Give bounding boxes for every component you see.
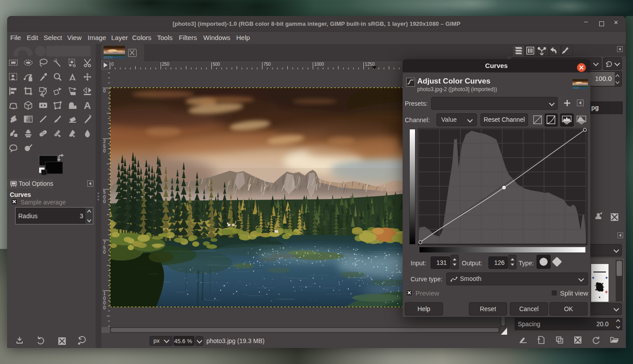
svg-text:0: 0 xyxy=(103,195,106,200)
svg-text:1250: 1250 xyxy=(365,62,375,67)
svg-text:A: A xyxy=(84,100,91,111)
svg-text:0: 0 xyxy=(103,296,106,301)
svg-text:5: 5 xyxy=(103,190,106,195)
svg-text:0: 0 xyxy=(103,199,106,204)
svg-text:5: 5 xyxy=(103,144,106,149)
svg-text:1: 1 xyxy=(103,291,106,296)
svg-text:0: 0 xyxy=(103,305,106,310)
svg-text:0: 0 xyxy=(103,300,106,305)
svg-text:1000: 1000 xyxy=(314,62,324,67)
svg-text:0: 0 xyxy=(103,250,106,255)
svg-text:500: 500 xyxy=(213,62,220,67)
svg-text:0: 0 xyxy=(111,62,114,67)
svg-text:5: 5 xyxy=(103,245,106,250)
svg-text:250: 250 xyxy=(162,62,169,67)
svg-text:750: 750 xyxy=(263,62,271,67)
svg-text:0: 0 xyxy=(103,88,106,93)
svg-text:0: 0 xyxy=(103,148,106,153)
svg-text:7: 7 xyxy=(103,240,106,245)
svg-text:2: 2 xyxy=(103,139,106,144)
